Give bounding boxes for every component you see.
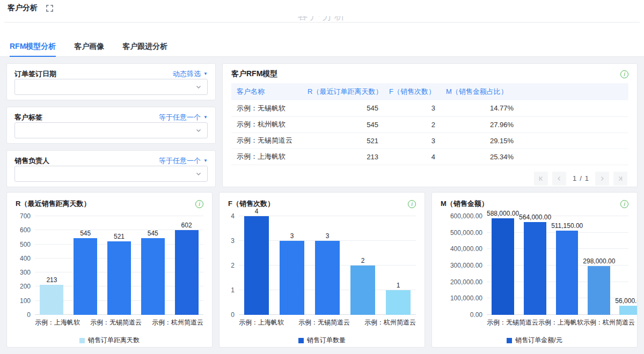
y-tick-label: 3 — [231, 237, 235, 245]
y-tick-label: 100,000.00 — [450, 294, 482, 302]
bar[interactable] — [492, 218, 514, 315]
chart-recency-days: R（最近销售距离天数）i0100200300400500600700213545… — [6, 192, 213, 348]
table-cell: 3 — [384, 132, 441, 149]
tab-customer-portrait[interactable]: 客户画像 — [74, 36, 104, 56]
info-icon[interactable]: i — [195, 200, 203, 208]
fullscreen-expand-icon[interactable] — [46, 5, 53, 12]
filter-select-input[interactable] — [14, 166, 208, 182]
bar-value-label: 56,000.00 — [615, 297, 638, 305]
table-row[interactable]: 示例：上海帆软213425.34% — [231, 149, 628, 165]
y-tick-label: 200,000.00 — [450, 278, 482, 286]
bar[interactable] — [40, 285, 63, 315]
legend-item[interactable]: 销售订单距离天数 — [16, 336, 203, 345]
y-tick-label: 100 — [20, 297, 31, 305]
pagination-first-button[interactable] — [534, 172, 548, 186]
filter-mode-selector[interactable]: 等于任意一个▼ — [159, 156, 208, 166]
bar[interactable] — [315, 241, 340, 315]
caret-down-icon: ▼ — [203, 72, 208, 76]
bar[interactable] — [588, 266, 610, 315]
info-icon[interactable]: i — [408, 200, 416, 208]
bar[interactable] — [107, 241, 131, 315]
bar[interactable] — [524, 222, 546, 315]
tab-customer-follow-analysis[interactable]: 客户跟进分析 — [122, 36, 167, 56]
bar-value-label: 3 — [326, 232, 330, 240]
x-tick-label — [284, 318, 298, 327]
bar[interactable] — [350, 266, 375, 315]
pagination-prev-button[interactable] — [552, 172, 566, 186]
filter-select-input[interactable] — [14, 79, 208, 95]
bar[interactable] — [386, 290, 411, 315]
watermark-strip: 客户分析 — [4, 16, 640, 23]
bar[interactable] — [280, 241, 304, 315]
pagination-last-button[interactable] — [613, 172, 627, 186]
filter-mode-selector[interactable]: 等于任意一个▼ — [159, 113, 208, 122]
column-header: F（销售次数） — [384, 83, 441, 100]
column-header: R（最近订单距离天数） — [302, 83, 384, 100]
y-tick-label: 400 — [20, 255, 31, 262]
y-tick-label: 600,000.00 — [450, 212, 482, 220]
bar[interactable] — [141, 238, 165, 315]
bar[interactable] — [244, 216, 269, 315]
y-tick-label: 400,000.00 — [450, 245, 482, 253]
caret-down-icon: ▼ — [203, 115, 208, 120]
y-tick-label: 0.00 — [470, 311, 482, 319]
chart-title: F（销售次数） — [228, 199, 274, 209]
table-cell-filler — [519, 100, 628, 116]
plot-area: 213545521545602 — [35, 216, 203, 315]
filter-sales-owner: 销售负责人等于任意一个▼ — [6, 150, 216, 187]
x-tick-label: 示例：上海帆软 — [239, 318, 284, 327]
pagination-status: 1/1 — [573, 174, 589, 182]
x-tick-label: 示例：上海帆软 — [538, 318, 583, 327]
table-row[interactable]: 示例：无锡简道云521329.15% — [231, 132, 628, 149]
chart-monetary: M（销售金额）i0.00100,000.00200,000.00300,000.… — [431, 192, 638, 348]
pagination-total-pages: 1 — [585, 174, 589, 182]
bar-value-label: 545 — [80, 230, 91, 237]
bar-value-label: 1 — [397, 282, 400, 289]
y-tick-label: 300,000.00 — [450, 262, 482, 269]
table-cell: 示例：无锡帆软 — [231, 100, 302, 116]
legend-item[interactable]: 销售订单金额/元 — [441, 336, 628, 345]
tab-rfm-model-analysis[interactable]: RFM模型分析 — [10, 36, 56, 56]
y-tick-label: 4 — [231, 212, 235, 220]
rfm-panel: 客户RFM模型 i 客户名称R（最近订单距离天数）F（销售次数）M（销售金额占比… — [222, 63, 638, 187]
bar-value-label: 298,000.00 — [583, 257, 615, 265]
bar[interactable] — [74, 238, 97, 315]
table-cell: 14.77% — [441, 100, 519, 116]
bar[interactable] — [619, 306, 638, 315]
chart-title: M（销售金额） — [441, 199, 488, 209]
table-cell-filler — [519, 132, 628, 149]
bar-value-label: 564,000.00 — [519, 213, 551, 221]
legend-item[interactable]: 销售订单数量 — [228, 336, 416, 345]
table-cell: 示例：杭州帆软 — [231, 116, 302, 132]
bar[interactable] — [175, 230, 199, 315]
table-row[interactable]: 示例：无锡帆软545314.77% — [231, 100, 628, 116]
pagination-separator: / — [580, 174, 582, 182]
y-tick-label: 2 — [231, 262, 235, 269]
y-axis: 0100200300400500600700 — [16, 216, 35, 315]
table-cell: 545 — [302, 100, 384, 116]
chevron-down-icon — [195, 84, 202, 90]
info-icon[interactable]: i — [620, 200, 628, 208]
filter-label: 销售负责人 — [14, 156, 49, 166]
table-cell-filler — [519, 116, 628, 132]
table-cell: 213 — [302, 149, 384, 165]
rfm-table: 客户名称R（最近订单距离天数）F（销售次数）M（销售金额占比）示例：无锡帆软54… — [231, 83, 628, 165]
y-tick-label: 0 — [27, 311, 31, 319]
table-cell-filler — [519, 149, 628, 165]
table-cell: 521 — [302, 132, 384, 149]
bar-value-label: 4 — [255, 208, 259, 215]
y-tick-label: 200 — [20, 283, 31, 290]
info-icon[interactable]: i — [620, 70, 628, 78]
y-tick-label: 300 — [20, 269, 31, 276]
chart-frequency: F（销售次数）i0123443321示例：上海帆软示例：无锡简道云示例：杭州简道… — [219, 192, 425, 348]
table-row[interactable]: 示例：杭州帆软545227.96% — [231, 116, 628, 132]
filter-mode-selector[interactable]: 动态筛选▼ — [173, 69, 208, 79]
bar-value-label: 213 — [46, 276, 57, 284]
pagination-next-button[interactable] — [595, 172, 609, 186]
x-tick-label: 示例：杭州简道云 — [583, 318, 635, 327]
dashboard-content: 订单签订日期动态筛选▼客户标签等于任意一个▼销售负责人等于任意一个▼ 客户RFM… — [0, 57, 644, 354]
filter-select-input[interactable] — [14, 122, 208, 138]
y-tick-label: 700 — [20, 212, 31, 220]
bar[interactable] — [556, 231, 578, 315]
bar-value-label: 545 — [148, 230, 158, 237]
